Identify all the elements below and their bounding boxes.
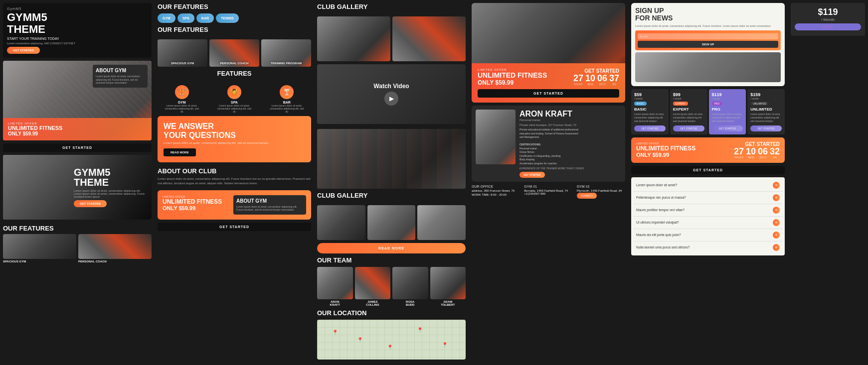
price-highlight-card: $119 / Month Pro — [791, 3, 865, 36]
spa-icon-desc: Lorem ipsum dolor sit amet, consectetur … — [217, 104, 252, 113]
faq-item-2[interactable]: Pellentesque nec purus ut massa? + — [633, 192, 783, 204]
tab-tennis[interactable]: TENNIS — [216, 13, 239, 23]
expert-price: $99 — [673, 92, 704, 97]
faq-expand-3[interactable]: + — [773, 207, 780, 214]
watch-video-title: Watch Video — [373, 83, 409, 90]
feature-gym-label: SPACIOUS GYM — [158, 62, 207, 65]
expert-badge: EXPERT — [673, 102, 688, 106]
trainer-photo — [476, 110, 516, 164]
get-started-button[interactable]: GET STARTED — [3, 143, 152, 152]
tab-gym[interactable]: GYM — [158, 13, 175, 23]
play-button[interactable]: ▶ — [384, 92, 398, 106]
tab-bar[interactable]: BAR — [196, 13, 214, 23]
pro-period: / month — [712, 97, 743, 100]
map-pin-2: 📍 — [357, 337, 363, 343]
basic-cta-button[interactable]: GET STARTED — [634, 125, 666, 131]
expert-cta-button[interactable]: GET STARTED — [673, 125, 704, 131]
trainer-address: Private client boutique, 227 Fracture St… — [520, 123, 621, 126]
faq-item-6[interactable]: Nulla laoreet uma purus sed ultrices? + — [633, 242, 783, 253]
faq-expand-2[interactable]: + — [773, 194, 780, 201]
watch-video-section[interactable]: Watch Video ▶ — [317, 64, 466, 124]
pricing-cards: $59 / month BASIC BASIC Lorem ipsum dolo… — [631, 89, 785, 134]
basic-price: $59 — [634, 92, 666, 97]
team-member-adam: ADAMTOLBERT — [430, 267, 466, 306]
pricing-basic: $59 / month BASIC BASIC Lorem ipsum dolo… — [631, 89, 669, 134]
features-title: OUR FEATURES — [158, 3, 311, 10]
club-gallery-title: CLUB GALLERY — [317, 3, 466, 10]
hero-desc: Lorem consectetur adipiscing. AMI CONSEC… — [7, 42, 148, 45]
expert-desc: Lorem ipsum dolor sit ame, consectetur a… — [673, 113, 704, 123]
team-member-rosa: ROSABUDD — [392, 267, 428, 306]
bar-icon-label: BAR — [269, 101, 304, 104]
faq-expand-4[interactable]: + — [773, 219, 780, 226]
faq-section: WE ANSWERYOUR QUESTIONS Lorem ipsum dolo… — [158, 116, 311, 162]
connect-button[interactable]: CONNECT — [577, 193, 597, 199]
faq-expand-5[interactable]: + — [773, 232, 780, 239]
unlimited-desc: Lorem ipsum dolor sit ame, consectetur a… — [750, 113, 782, 123]
gymm5-cta-button[interactable]: GET STARTED — [74, 200, 107, 207]
email-input[interactable] — [638, 33, 778, 39]
signup-bg-image — [635, 52, 781, 82]
gallery-img-1 — [317, 16, 390, 61]
gym-card-overlay: LIMITED OFFER UNLIMITED FITNESS ONLY $59… — [3, 118, 152, 140]
gallery-top — [317, 16, 466, 61]
basic-tier: BASIC — [634, 107, 666, 112]
feature-card-gym: SPACIOUS GYM — [158, 39, 207, 67]
feature-tabs: GYM SPA BAR TENNIS — [158, 13, 311, 23]
faq-item-1[interactable]: Lorem ipsum dolor sit amet? + — [633, 179, 783, 192]
work-time: WORK TIME: 8:00 - 20:00 — [472, 193, 520, 196]
main-unlimited: UNLIMITED FITNESS — [478, 71, 547, 79]
pro-cta-button[interactable]: GET STARTED — [712, 125, 743, 131]
countdown1: 27 hours 10 mins 06 secs — [573, 74, 619, 86]
faq-expand-6[interactable]: + — [773, 244, 780, 251]
pricing-expert: $99 / month EXPERT EXPERT Lorem ipsum do… — [670, 89, 707, 134]
signup-title: SIGN UPFOR NEWS — [635, 7, 781, 22]
icon-feature-gym: 🏋️ GYM Lorem ipsum dolor sit amet, conse… — [165, 85, 199, 113]
bottom-get-started-button[interactable]: GET STARTED — [631, 166, 785, 174]
faq-q-5: Mauris dui elit porta quis justo? — [636, 233, 681, 237]
countdown2-s: 06 — [758, 147, 768, 156]
countdown2-h: 27 — [734, 147, 744, 156]
gallery-img-2 — [392, 16, 466, 61]
unlimited-cta-button[interactable]: GET STARTED — [750, 125, 782, 131]
countdown1-h: 27 — [573, 74, 583, 83]
main-get-started-button[interactable]: GET STARTED — [478, 89, 619, 98]
bll-price: ONLY $59.99 — [636, 152, 695, 158]
unlimited-fitness-label: UNLIMITED FITNESS — [8, 125, 147, 131]
tab-spa[interactable]: SPA — [177, 13, 194, 23]
about-gym-title2: ABOUT GYM — [236, 198, 303, 204]
gym2-label: GYM #2 — [577, 185, 625, 188]
faq-item-4[interactable]: Ut ultrices imperdiet volutpat? + — [633, 217, 783, 229]
faq-item-5[interactable]: Mauris dui elit porta quis justo? + — [633, 229, 783, 242]
basic-period: / month — [634, 97, 666, 100]
get-started-button2[interactable]: GET STARTED — [158, 223, 311, 231]
hero-subtitle: START YOUR TRAINING TODAY — [7, 37, 148, 40]
james-photo — [355, 267, 391, 299]
hero-cta-button[interactable]: GET STARTED — [7, 47, 40, 54]
pricing-unlimited: $159 / month UNLIMITED UNLIMITED Lorem i… — [747, 89, 785, 134]
map-grid: 📍 📍 📍 📍 📍 — [317, 320, 466, 360]
hero-title: GYMM5THEME — [7, 11, 148, 35]
lo-price-bottom: ONLY $59.99 — [163, 205, 229, 211]
gym1-phone: +1(234)567-890 — [524, 192, 572, 195]
gymm5-big-title: GYMM5THEME — [74, 167, 148, 187]
about-gym-desc2: Lorem ipsum dolor sit amet, consectetur … — [236, 205, 303, 212]
read-more-button[interactable]: READ MORE — [317, 243, 466, 253]
signup-button[interactable]: SIGN UP — [638, 41, 778, 48]
trainer-details: Private educational institute of additio… — [520, 128, 621, 165]
team-title: OUR TEAM — [317, 256, 466, 264]
about-title: ABOUT OUR CLUB — [158, 167, 311, 175]
trainer-title-text: Personal trainer — [520, 119, 621, 122]
about-gym-overlay: ABOUT GYM Lorem ipsum dolor sit amet, co… — [93, 65, 148, 88]
bottom-feature-personal: PERSONAL COACH — [78, 234, 152, 263]
trainer-card: ARON KRAFT Personal trainer Private clie… — [472, 106, 625, 182]
faq-read-more-button[interactable]: READ MORE — [164, 148, 196, 156]
trainer-cta-button[interactable]: GET STARTED — [520, 172, 545, 178]
bottom-features-title: OUR FEATURES — [3, 225, 152, 232]
faq-expand-1[interactable]: + — [773, 182, 780, 189]
rosa-photo — [392, 267, 428, 299]
faq-item-3[interactable]: Mauris porttitor tempor orci vitae? + — [633, 204, 783, 217]
faq-accordion: Lorem ipsum dolor sit amet? + Pellentesq… — [631, 177, 785, 255]
bottom-feature-cards: SPACIOUS GYM PERSONAL COACH — [3, 234, 152, 263]
price-label: ONLY $59.99 — [8, 131, 147, 136]
